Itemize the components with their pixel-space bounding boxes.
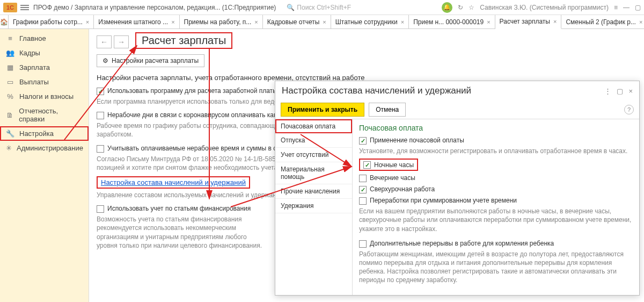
checkbox-overwork[interactable] bbox=[359, 197, 367, 205]
notification-icon[interactable]: 🔔 bbox=[442, 2, 452, 13]
close-icon[interactable]: × bbox=[553, 18, 557, 25]
sidebar-item-reports[interactable]: 🗎Отчетность, справки bbox=[0, 104, 89, 126]
panel-icon[interactable]: ≡ bbox=[614, 4, 618, 11]
night-hours-box: Ночные часы bbox=[359, 159, 418, 171]
dialog-nav: Почасовая оплата Отпуска Учет отсутствий… bbox=[275, 119, 353, 295]
checkbox-avg-earnings[interactable] bbox=[97, 145, 104, 153]
tab-active[interactable]: Расчет зарплаты× bbox=[495, 15, 562, 29]
settings-button[interactable]: ⚙Настройки расчета зарплаты bbox=[97, 54, 204, 67]
forward-button[interactable]: → bbox=[114, 35, 129, 48]
sidebar-item-taxes[interactable]: %Налоги и взносы bbox=[0, 89, 89, 104]
dialog-title: Настройка состава начислений и удержаний bbox=[282, 85, 471, 96]
home-tab[interactable]: 🏠 bbox=[0, 15, 9, 28]
sidebar-item-admin[interactable]: ✳Администрирование bbox=[0, 141, 89, 155]
checkbox-overtime[interactable] bbox=[359, 186, 367, 193]
nav-hourly[interactable]: Почасовая оплата bbox=[275, 119, 352, 133]
checkbox-feeding-breaks[interactable] bbox=[359, 240, 367, 248]
checkbox-hourly-pay[interactable] bbox=[359, 137, 367, 145]
accruals-link-box: Настройка состава начислений и удержаний bbox=[97, 176, 250, 189]
sidebar-item-salary[interactable]: ▦Зарплата bbox=[0, 60, 89, 75]
back-button[interactable]: ← bbox=[97, 35, 112, 48]
sidebar-item-payments[interactable]: ▭Выплаты bbox=[0, 75, 89, 89]
tab[interactable]: Графики работы сотр...× bbox=[9, 15, 94, 28]
tabbar: 🏠 Графики работы сотр...× Изменения штат… bbox=[0, 15, 644, 29]
close-icon[interactable]: × bbox=[323, 19, 326, 25]
cancel-button[interactable]: Отмена bbox=[369, 103, 406, 117]
tab[interactable]: Кадровые отчеты× bbox=[263, 15, 331, 28]
gear-icon: ⚙ bbox=[103, 57, 108, 64]
close-icon[interactable]: × bbox=[401, 19, 404, 25]
apply-button[interactable]: Применить и закрыть bbox=[281, 103, 364, 117]
sidebar-item-settings[interactable]: 🔧Настройка bbox=[0, 126, 89, 141]
close-icon[interactable]: × bbox=[639, 19, 642, 25]
hint: Если на вашем предприятии выполняются ра… bbox=[359, 207, 633, 233]
tab[interactable]: Приемы на работу, п...× bbox=[180, 15, 263, 28]
nav-vacation[interactable]: Отпуска bbox=[275, 133, 352, 148]
app-logo: 1C bbox=[3, 3, 17, 12]
checkbox-covid-days[interactable] bbox=[97, 112, 104, 119]
dialog-panel: Почасовая оплата Применение почасовой оп… bbox=[353, 119, 639, 295]
checkbox-night-hours[interactable] bbox=[363, 161, 371, 169]
menu-icon[interactable] bbox=[20, 5, 29, 10]
tab[interactable]: Прием н... 0000-000019× bbox=[409, 15, 495, 28]
window-title: ПРОФ демо / Зарплата и управление персон… bbox=[33, 4, 276, 11]
tab[interactable]: Штатные сотрудники× bbox=[331, 15, 409, 28]
user-name[interactable]: Савинская З.Ю. (Системный программист) bbox=[480, 4, 609, 11]
close-icon[interactable]: × bbox=[171, 19, 174, 25]
panel-title: Почасовая оплата bbox=[359, 124, 633, 132]
hint: Установите, для возможности регистрирова… bbox=[359, 147, 633, 155]
search-box[interactable]: 🔍 Поиск Ctrl+Shift+F bbox=[287, 4, 351, 11]
search-placeholder: Поиск Ctrl+Shift+F bbox=[297, 4, 351, 11]
hint: Возможность учета по статьям финансирова… bbox=[97, 215, 268, 250]
nav-deductions[interactable]: Удержания bbox=[275, 199, 352, 213]
checkbox-evening-hours[interactable] bbox=[359, 175, 367, 182]
close-icon[interactable]: × bbox=[254, 19, 258, 25]
help-icon[interactable]: ? bbox=[624, 105, 634, 114]
close-icon[interactable]: × bbox=[487, 19, 490, 25]
page-title: Расчет зарплаты bbox=[135, 32, 232, 49]
sidebar-item-main[interactable]: ≡Главное bbox=[0, 31, 89, 46]
favorite-icon[interactable]: ☆ bbox=[469, 4, 474, 11]
nav-absence[interactable]: Учет отсутствий bbox=[275, 148, 352, 162]
accruals-link[interactable]: Настройка состава начислений и удержаний bbox=[101, 178, 246, 186]
nav-other[interactable]: Прочие начисления bbox=[275, 184, 352, 199]
nav-material[interactable]: Материальная помощь bbox=[275, 162, 352, 184]
checkbox-financing[interactable] bbox=[97, 205, 104, 213]
sidebar: ≡Главное 👥Кадры ▦Зарплата ▭Выплаты %Нало… bbox=[0, 29, 89, 302]
close-icon[interactable]: × bbox=[86, 19, 89, 25]
tab[interactable]: Сменный 2 (График р...× bbox=[561, 15, 644, 28]
more-icon[interactable]: ⋮ bbox=[604, 87, 611, 95]
tab[interactable]: Изменения штатного ...× bbox=[94, 15, 179, 28]
minimize-icon[interactable]: — bbox=[623, 4, 630, 11]
maximize-icon[interactable]: ▢ bbox=[617, 87, 623, 95]
sidebar-item-hr[interactable]: 👥Кадры bbox=[0, 46, 89, 60]
hint: Работающим женщинам, имеющим детей в воз… bbox=[359, 250, 633, 285]
close-icon[interactable]: × bbox=[628, 87, 633, 95]
accruals-dialog: Настройка состава начислений и удержаний… bbox=[275, 81, 640, 296]
history-icon[interactable]: ↻ bbox=[458, 4, 463, 11]
search-icon: 🔍 bbox=[287, 4, 295, 11]
checkbox-use-payroll[interactable] bbox=[97, 88, 104, 95]
window-icon[interactable]: ▢ bbox=[635, 4, 641, 11]
